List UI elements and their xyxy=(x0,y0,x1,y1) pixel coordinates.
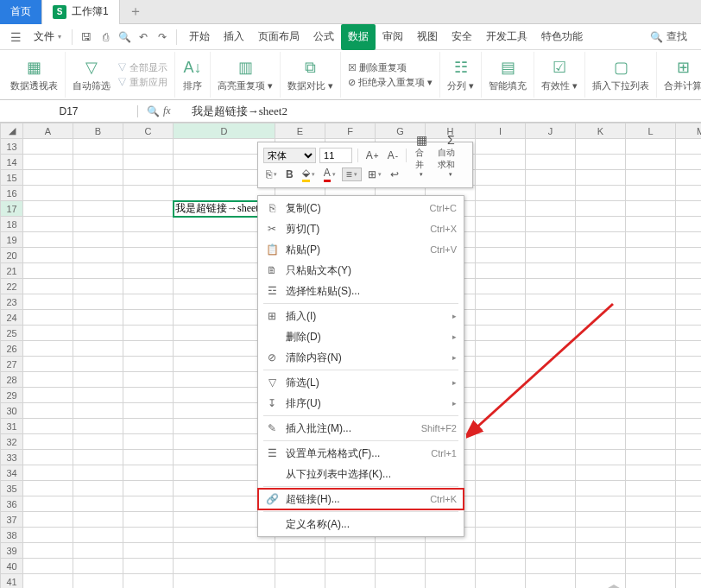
cell-M33[interactable] xyxy=(676,450,702,465)
cell-B36[interactable] xyxy=(73,496,123,512)
cell-A27[interactable] xyxy=(23,357,73,372)
cell-G39[interactable] xyxy=(376,543,426,559)
ctx-从下拉列表中选择(K)...[interactable]: 从下拉列表中选择(K)... xyxy=(258,464,464,484)
cell-A36[interactable] xyxy=(23,496,73,512)
cell-I19[interactable] xyxy=(476,232,526,248)
border-button[interactable]: ⊞ xyxy=(365,168,384,180)
ctx-设置单元格格式(F)...[interactable]: ☰设置单元格格式(F)...Ctrl+1 xyxy=(258,443,464,464)
row-header-21[interactable]: 21 xyxy=(1,263,23,279)
cell-A25[interactable] xyxy=(23,326,73,341)
cell-C23[interactable] xyxy=(123,294,174,310)
cell-L24[interactable] xyxy=(626,310,676,326)
row-header-34[interactable]: 34 xyxy=(1,465,23,481)
cell-B21[interactable] xyxy=(73,263,123,279)
cell-C36[interactable] xyxy=(123,496,174,512)
cell-M22[interactable] xyxy=(676,279,702,294)
cell-K40[interactable] xyxy=(576,559,626,574)
row-header-39[interactable]: 39 xyxy=(1,543,23,559)
fx-button[interactable]: 🔍fx xyxy=(138,104,188,117)
cell-M36[interactable] xyxy=(676,496,702,512)
cell-K25[interactable] xyxy=(576,326,626,341)
cell-C41[interactable] xyxy=(123,574,174,589)
row-header-17[interactable]: 17 xyxy=(1,201,23,217)
cell-A14[interactable] xyxy=(23,155,73,170)
cell-B17[interactable] xyxy=(73,201,123,217)
increase-font-button[interactable]: A+ xyxy=(363,149,382,161)
autosum-button[interactable]: Σ自动求和▾ xyxy=(434,133,467,178)
ctx-复制(C)[interactable]: ⎘复制(C)Ctrl+C xyxy=(258,198,464,218)
cell-J30[interactable] xyxy=(526,403,576,419)
col-header-M[interactable]: M xyxy=(676,123,702,139)
ribbon-reapply[interactable]: ▽ 重新应用 xyxy=(117,76,167,89)
ribbon-remove-dup[interactable]: ☒ 删除重复项 xyxy=(348,61,407,74)
align-button[interactable]: ≡ xyxy=(342,168,362,181)
cell-J34[interactable] xyxy=(526,465,576,481)
cell-M34[interactable] xyxy=(676,465,702,481)
bold-button[interactable]: B xyxy=(283,168,296,180)
row-header-38[interactable]: 38 xyxy=(1,528,23,543)
ctx-定义名称(A)...[interactable]: 定义名称(A)... xyxy=(258,514,464,534)
cell-I35[interactable] xyxy=(476,481,526,496)
cell-L37[interactable] xyxy=(626,512,676,528)
cell-C38[interactable] xyxy=(123,528,174,543)
cell-I14[interactable] xyxy=(476,155,526,170)
ctx-选择性粘贴(S)...[interactable]: ☲选择性粘贴(S)... xyxy=(258,281,464,301)
cell-L36[interactable] xyxy=(626,496,676,512)
cell-M26[interactable] xyxy=(676,341,702,357)
cell-J29[interactable] xyxy=(526,388,576,403)
cell-A15[interactable] xyxy=(23,170,73,186)
cell-K13[interactable] xyxy=(576,139,626,155)
cell-J39[interactable] xyxy=(526,543,576,559)
row-header-30[interactable]: 30 xyxy=(1,403,23,419)
cell-A39[interactable] xyxy=(23,543,73,559)
cell-E40[interactable] xyxy=(275,559,325,574)
select-all-corner[interactable]: ◢ xyxy=(1,123,23,139)
ribbon-autofilter[interactable]: ▽ 自动筛选 xyxy=(73,57,111,92)
cell-B26[interactable] xyxy=(73,341,123,357)
row-header-13[interactable]: 13 xyxy=(1,139,23,155)
cell-B39[interactable] xyxy=(73,543,123,559)
cell-L16[interactable] xyxy=(626,186,676,201)
cell-M40[interactable] xyxy=(676,559,702,574)
font-select[interactable]: 宋体 xyxy=(263,148,316,163)
cell-M30[interactable] xyxy=(676,403,702,419)
row-header-15[interactable]: 15 xyxy=(1,170,23,186)
cell-L21[interactable] xyxy=(626,263,676,279)
cell-M27[interactable] xyxy=(676,357,702,372)
cell-C24[interactable] xyxy=(123,310,174,326)
cell-I30[interactable] xyxy=(476,403,526,419)
row-header-28[interactable]: 28 xyxy=(1,372,23,388)
cell-C37[interactable] xyxy=(123,512,174,528)
cell-A13[interactable] xyxy=(23,139,73,155)
cell-L28[interactable] xyxy=(626,372,676,388)
cell-B35[interactable] xyxy=(73,481,123,496)
cell-J41[interactable] xyxy=(526,574,576,589)
cell-L33[interactable] xyxy=(626,450,676,465)
cell-A23[interactable] xyxy=(23,294,73,310)
cell-M39[interactable] xyxy=(676,543,702,559)
cell-B30[interactable] xyxy=(73,403,123,419)
cell-B24[interactable] xyxy=(73,310,123,326)
cell-A21[interactable] xyxy=(23,263,73,279)
cell-B20[interactable] xyxy=(73,248,123,263)
cell-K32[interactable] xyxy=(576,434,626,450)
cell-K35[interactable] xyxy=(576,481,626,496)
cell-C25[interactable] xyxy=(123,326,174,341)
cell-C29[interactable] xyxy=(123,388,174,403)
cell-C13[interactable] xyxy=(123,139,174,155)
cell-L14[interactable] xyxy=(626,155,676,170)
cell-G41[interactable] xyxy=(376,574,426,589)
cell-C27[interactable] xyxy=(123,357,174,372)
cell-I22[interactable] xyxy=(476,279,526,294)
cell-A33[interactable] xyxy=(23,450,73,465)
name-box[interactable]: D17 xyxy=(0,105,138,117)
font-color-button[interactable]: A xyxy=(321,167,338,182)
cell-M32[interactable] xyxy=(676,434,702,450)
cell-L40[interactable] xyxy=(626,559,676,574)
cell-I25[interactable] xyxy=(476,326,526,341)
cell-J22[interactable] xyxy=(526,279,576,294)
cell-B38[interactable] xyxy=(73,528,123,543)
ribbon-insert-dropdown[interactable]: ▢ 插入下拉列表 xyxy=(585,52,657,98)
cell-M18[interactable] xyxy=(676,217,702,232)
cell-C19[interactable] xyxy=(123,232,174,248)
